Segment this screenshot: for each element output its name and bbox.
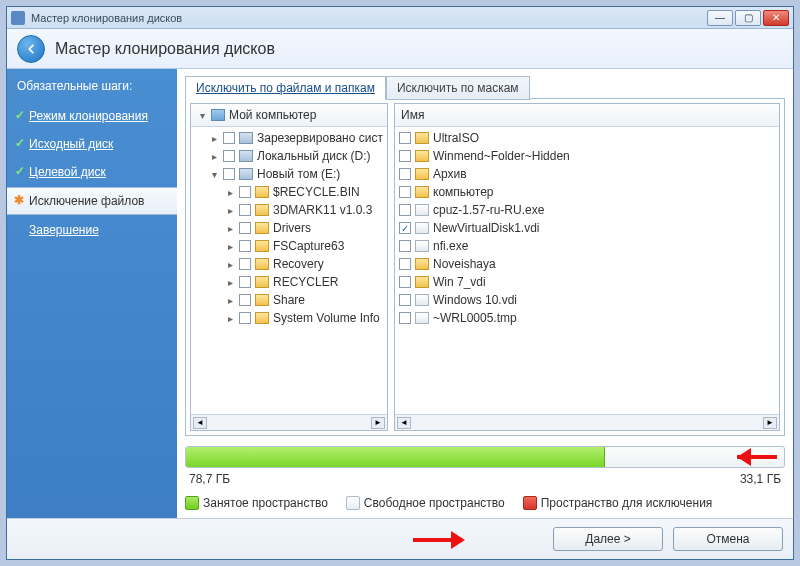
- checkbox[interactable]: [399, 276, 411, 288]
- checkbox[interactable]: [223, 132, 235, 144]
- tab-by-files[interactable]: Исключить по файлам и папкам: [185, 76, 386, 100]
- tree-row[interactable]: ▸Зарезервировано сист: [191, 129, 387, 147]
- checkbox[interactable]: [399, 186, 411, 198]
- checkbox[interactable]: [399, 294, 411, 306]
- tree-label: Локальный диск (D:): [257, 149, 371, 163]
- tree-label: Новый том (E:): [257, 167, 340, 181]
- expand-icon[interactable]: ▾: [209, 169, 219, 180]
- expand-icon[interactable]: ▸: [225, 295, 235, 306]
- list-row[interactable]: Windows 10.vdi: [395, 291, 779, 309]
- checkbox[interactable]: [239, 276, 251, 288]
- expand-icon[interactable]: ▸: [225, 241, 235, 252]
- expand-icon[interactable]: ▸: [225, 223, 235, 234]
- list-row[interactable]: Win 7_vdi: [395, 273, 779, 291]
- checkbox[interactable]: [399, 312, 411, 324]
- tree-label: RECYCLER: [273, 275, 338, 289]
- tree-row[interactable]: ▸FSCapture63: [191, 237, 387, 255]
- checkbox[interactable]: [399, 150, 411, 162]
- checkbox[interactable]: [399, 168, 411, 180]
- back-button[interactable]: [17, 35, 45, 63]
- tree-body[interactable]: ▸Зарезервировано сист▸Локальный диск (D:…: [191, 127, 387, 414]
- sidebar-item-source[interactable]: Исходный диск: [7, 131, 177, 157]
- checkbox[interactable]: [239, 312, 251, 324]
- list-row[interactable]: компьютер: [395, 183, 779, 201]
- expand-icon[interactable]: ▸: [225, 313, 235, 324]
- list-row[interactable]: cpuz-1.57-ru-RU.exe: [395, 201, 779, 219]
- checkbox[interactable]: [399, 132, 411, 144]
- tab-by-masks[interactable]: Исключить по маскам: [386, 76, 530, 100]
- expand-icon[interactable]: ▸: [225, 277, 235, 288]
- checkbox[interactable]: [399, 240, 411, 252]
- scroll-right-icon[interactable]: ►: [371, 417, 385, 429]
- checkbox[interactable]: [239, 240, 251, 252]
- cancel-button[interactable]: Отмена: [673, 527, 783, 551]
- folder-icon: [255, 204, 269, 216]
- list-label: UltraISO: [433, 131, 479, 145]
- list-row[interactable]: ✓NewVirtualDisk1.vdi: [395, 219, 779, 237]
- scroll-right-icon[interactable]: ►: [763, 417, 777, 429]
- expand-icon[interactable]: ▸: [225, 187, 235, 198]
- checkbox[interactable]: [399, 204, 411, 216]
- wizard-window: Мастер клонирования дисков — ▢ ✕ Мастер …: [6, 6, 794, 560]
- list-row[interactable]: nfi.exe: [395, 237, 779, 255]
- checkbox[interactable]: [239, 258, 251, 270]
- minimize-button[interactable]: —: [707, 10, 733, 26]
- list-row[interactable]: Noveishaya: [395, 255, 779, 273]
- checkbox[interactable]: ✓: [399, 222, 411, 234]
- list-row[interactable]: Архив: [395, 165, 779, 183]
- file-icon: [415, 204, 429, 216]
- tree-row[interactable]: ▸Локальный диск (D:): [191, 147, 387, 165]
- computer-icon: [211, 109, 225, 121]
- maximize-button[interactable]: ▢: [735, 10, 761, 26]
- sidebar-item-mode[interactable]: Режим клонирования: [7, 103, 177, 129]
- tree-row[interactable]: ▸3DMARK11 v1.0.3: [191, 201, 387, 219]
- list-body[interactable]: UltraISOWinmend~Folder~HiddenАрхивкомпью…: [395, 127, 779, 414]
- tree-row[interactable]: ▸RECYCLER: [191, 273, 387, 291]
- list-pane: Имя UltraISOWinmend~Folder~HiddenАрхивко…: [394, 103, 780, 431]
- checkbox[interactable]: [239, 294, 251, 306]
- tree-row[interactable]: ▸Drivers: [191, 219, 387, 237]
- checkbox[interactable]: [399, 258, 411, 270]
- tree-row[interactable]: ▸Share: [191, 291, 387, 309]
- list-row[interactable]: UltraISO: [395, 129, 779, 147]
- close-button[interactable]: ✕: [763, 10, 789, 26]
- checkbox[interactable]: [239, 186, 251, 198]
- expand-icon[interactable]: ▸: [209, 151, 219, 162]
- legend-excl-label: Пространство для исключения: [541, 496, 713, 510]
- footer: Далее > Отмена: [7, 518, 793, 559]
- expand-icon[interactable]: ▸: [209, 133, 219, 144]
- list-label: cpuz-1.57-ru-RU.exe: [433, 203, 544, 217]
- folder-icon: [415, 258, 429, 270]
- folder-icon: [415, 186, 429, 198]
- tree-scrollbar[interactable]: ◄ ►: [191, 414, 387, 430]
- list-scrollbar[interactable]: ◄ ►: [395, 414, 779, 430]
- tree-label: Зарезервировано сист: [257, 131, 383, 145]
- next-button[interactable]: Далее >: [553, 527, 663, 551]
- scroll-left-icon[interactable]: ◄: [193, 417, 207, 429]
- scroll-left-icon[interactable]: ◄: [397, 417, 411, 429]
- tree-row[interactable]: ▸$RECYCLE.BIN: [191, 183, 387, 201]
- folder-icon: [415, 168, 429, 180]
- tree-row[interactable]: ▸System Volume Info: [191, 309, 387, 327]
- tree-row[interactable]: ▾Новый том (E:): [191, 165, 387, 183]
- sidebar-item-exclude[interactable]: Исключение файлов: [7, 187, 177, 215]
- list-row[interactable]: ~WRL0005.tmp: [395, 309, 779, 327]
- checkbox[interactable]: [223, 150, 235, 162]
- tree-row[interactable]: ▸Recovery: [191, 255, 387, 273]
- tree-label: 3DMARK11 v1.0.3: [273, 203, 372, 217]
- expand-icon[interactable]: ▸: [225, 259, 235, 270]
- checkbox[interactable]: [239, 222, 251, 234]
- capacity-used-segment: [186, 447, 605, 467]
- folder-icon: [415, 150, 429, 162]
- expand-icon[interactable]: ▸: [225, 205, 235, 216]
- list-header[interactable]: Имя: [395, 104, 779, 127]
- tree-root-label: Мой компьютер: [229, 108, 316, 122]
- titlebar[interactable]: Мастер клонирования дисков — ▢ ✕: [7, 7, 793, 29]
- expand-icon[interactable]: ▾: [197, 110, 207, 121]
- list-row[interactable]: Winmend~Folder~Hidden: [395, 147, 779, 165]
- checkbox[interactable]: [223, 168, 235, 180]
- checkbox[interactable]: [239, 204, 251, 216]
- sidebar-item-finish[interactable]: Завершение: [7, 217, 177, 243]
- folder-icon: [255, 186, 269, 198]
- sidebar-item-target[interactable]: Целевой диск: [7, 159, 177, 185]
